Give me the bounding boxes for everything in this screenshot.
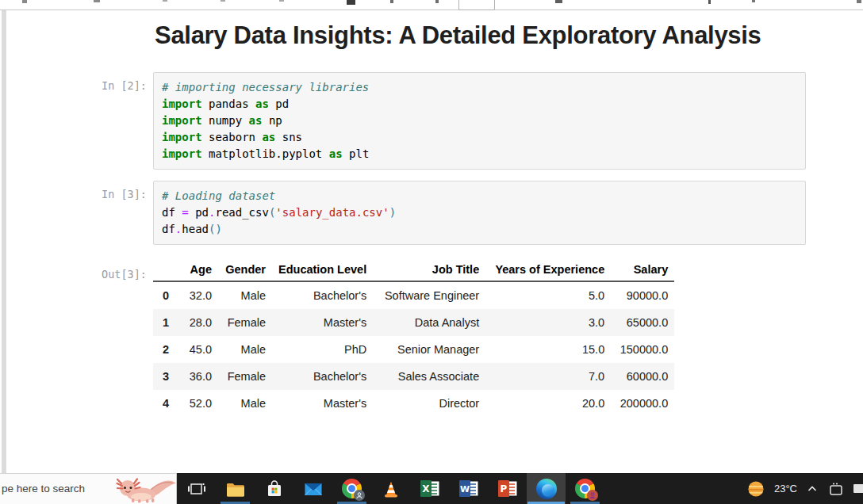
vlc-icon bbox=[382, 479, 401, 498]
file-explorer-icon bbox=[225, 479, 246, 499]
taskbar-app-mail[interactable] bbox=[293, 473, 332, 504]
taskbar-app-edge[interactable] bbox=[527, 473, 566, 504]
table-row: 032.0MaleBachelor'sSoftware Engineer5.09… bbox=[153, 281, 674, 309]
toolbar-fragment bbox=[22, 0, 27, 3]
input-prompt-2: In [3]: bbox=[0, 181, 153, 200]
table-cell: Bachelor's bbox=[272, 363, 373, 390]
search-box[interactable]: pe here to search bbox=[0, 473, 177, 504]
table-cell: 150000.0 bbox=[611, 336, 674, 363]
col-header: Gender bbox=[218, 258, 272, 281]
table-cell: Female bbox=[218, 363, 272, 390]
chevron-up-icon[interactable] bbox=[806, 484, 819, 493]
left-scrollbar[interactable] bbox=[2, 10, 6, 473]
chrome-profile-avatar-icon bbox=[587, 490, 598, 501]
code-cell-2: In [3]: # Loading datasetdf = pd.read_cs… bbox=[0, 181, 863, 245]
toolbar-fragment bbox=[94, 0, 100, 2]
col-header: Job Title bbox=[373, 258, 485, 281]
code-cell-1: In [2]: # importing necessary librariesi… bbox=[0, 72, 863, 170]
excel-icon: X bbox=[420, 479, 440, 498]
dataframe-output: AgeGenderEducation LevelJob TitleYears o… bbox=[153, 258, 674, 417]
input-prompt-1: In [2]: bbox=[0, 72, 153, 92]
system-tray: 23°C bbox=[746, 473, 863, 504]
table-cell: 60000.0 bbox=[611, 363, 674, 390]
table-cell: Software Engineer bbox=[373, 281, 485, 309]
table-cell: 200000.0 bbox=[611, 390, 674, 417]
taskbar-app-vlc[interactable] bbox=[371, 473, 410, 504]
table-cell: 5.0 bbox=[485, 281, 611, 309]
table-cell: Male bbox=[218, 281, 272, 309]
table-cell: Male bbox=[218, 390, 272, 417]
search-highlight-axolotl-image[interactable] bbox=[114, 473, 178, 503]
dataframe-table: AgeGenderEducation LevelJob TitleYears o… bbox=[153, 258, 674, 417]
code-input-2[interactable]: # Loading datasetdf = pd.read_csv('salar… bbox=[153, 181, 806, 245]
notebook-title: Salary Data Insights: A Detailed Explora… bbox=[155, 20, 797, 52]
table-cell: Master's bbox=[272, 309, 373, 336]
temperature-label[interactable]: 23°C bbox=[774, 483, 797, 494]
table-row: 336.0FemaleBachelor'sSales Associate7.06… bbox=[153, 363, 674, 390]
table-cell: Director bbox=[373, 390, 485, 417]
toolbar-fragment bbox=[857, 0, 861, 3]
toolbar-fragment bbox=[347, 0, 355, 5]
table-row: 128.0FemaleMaster'sData Analyst3.065000.… bbox=[153, 309, 674, 336]
row-index: 3 bbox=[153, 363, 175, 390]
col-header: Years of Experience bbox=[485, 258, 611, 281]
taskbar-app-chrome-profile-1[interactable] bbox=[332, 473, 371, 504]
taskbar-app-task-view[interactable] bbox=[177, 473, 216, 504]
taskbar-apps: X W P bbox=[177, 473, 604, 504]
col-header: Education Level bbox=[272, 258, 373, 281]
toolbar-fragment bbox=[390, 0, 393, 3]
chrome-profile-avatar-icon bbox=[354, 490, 365, 501]
weather-icon[interactable] bbox=[746, 479, 765, 498]
search-text: pe here to search bbox=[2, 474, 85, 504]
table-cell: 45.0 bbox=[175, 336, 218, 363]
word-icon: W bbox=[458, 479, 479, 498]
code-text-2[interactable]: # Loading datasetdf = pd.read_csv('salar… bbox=[162, 188, 797, 238]
table-cell: 7.0 bbox=[485, 363, 611, 390]
toolbar-fragment bbox=[752, 0, 755, 2]
row-index: 1 bbox=[153, 309, 175, 336]
table-cell: 52.0 bbox=[175, 390, 218, 417]
taskbar: pe here to search bbox=[0, 473, 863, 504]
table-cell: 20.0 bbox=[485, 390, 611, 417]
tray-device-icon[interactable] bbox=[827, 480, 845, 498]
code-input-1[interactable]: # importing necessary librariesimport pa… bbox=[153, 72, 806, 170]
table-cell: 90000.0 bbox=[611, 281, 674, 309]
table-cell: Bachelor's bbox=[272, 281, 373, 309]
dataframe-body: 032.0MaleBachelor'sSoftware Engineer5.09… bbox=[153, 281, 674, 417]
taskbar-app-microsoft-store[interactable] bbox=[255, 473, 293, 504]
row-index: 2 bbox=[153, 336, 175, 363]
table-cell: Master's bbox=[272, 390, 373, 417]
taskbar-app-word[interactable]: W bbox=[449, 473, 488, 504]
table-cell: 28.0 bbox=[175, 309, 218, 336]
table-cell: 3.0 bbox=[485, 309, 611, 336]
powerpoint-icon: P bbox=[497, 479, 518, 498]
table-cell: 32.0 bbox=[175, 281, 218, 309]
output-cell: Out[3]: AgeGenderEducation LevelJob Titl… bbox=[0, 258, 863, 417]
col-header: Salary bbox=[611, 258, 674, 281]
dataframe-header: AgeGenderEducation LevelJob TitleYears o… bbox=[153, 258, 674, 281]
mail-icon bbox=[304, 479, 323, 498]
touch-keyboard-icon[interactable] bbox=[853, 484, 863, 493]
toolbar-fragment bbox=[163, 0, 167, 2]
table-cell: Senior Manager bbox=[373, 336, 485, 363]
code-text-1[interactable]: # importing necessary librariesimport pa… bbox=[162, 79, 797, 162]
table-cell: Sales Associate bbox=[373, 363, 485, 390]
toolbar-strip bbox=[0, 0, 863, 10]
svg-text:P: P bbox=[500, 483, 507, 494]
toolbar-fragment bbox=[435, 0, 439, 3]
cell-type-dropdown[interactable] bbox=[458, 0, 495, 10]
toolbar-fragment bbox=[279, 0, 284, 2]
microsoft-store-icon bbox=[265, 479, 284, 498]
screen: Salary Data Insights: A Detailed Explora… bbox=[0, 0, 863, 504]
notebook-area: Salary Data Insights: A Detailed Explora… bbox=[0, 10, 863, 473]
taskbar-app-file-explorer[interactable] bbox=[216, 473, 255, 504]
toolbar-fragment bbox=[708, 0, 711, 4]
taskbar-app-excel[interactable]: X bbox=[410, 473, 449, 504]
index-col-header bbox=[153, 258, 175, 281]
toolbar-fragment bbox=[221, 0, 225, 2]
table-cell: PhD bbox=[272, 336, 373, 363]
table-cell: 15.0 bbox=[485, 336, 611, 363]
taskbar-app-chrome-profile-2[interactable] bbox=[566, 473, 604, 504]
row-index: 4 bbox=[153, 390, 175, 417]
taskbar-app-powerpoint[interactable]: P bbox=[488, 473, 527, 504]
